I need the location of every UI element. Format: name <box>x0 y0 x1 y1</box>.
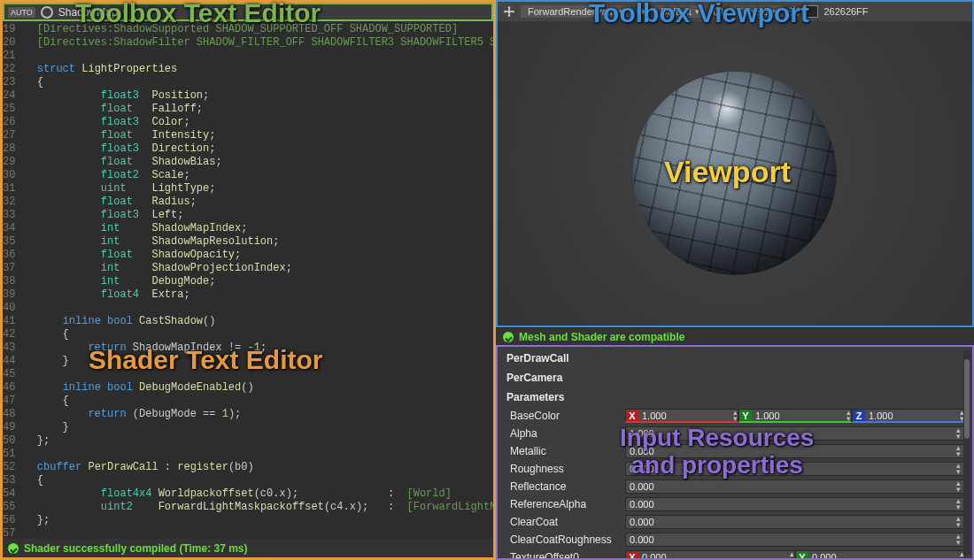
mesh-dropdown[interactable]: Sphere ▾ <box>730 5 783 18</box>
code-line[interactable]: [Directives:ShadowFilter SHADOW_FILTER_O… <box>24 36 493 50</box>
param-value[interactable]: 0.000▴▾ <box>625 497 965 511</box>
compat-strip: Mesh and Shader are compatible <box>496 327 974 345</box>
section-parameters[interactable]: Parameters <box>505 387 965 407</box>
code-line[interactable]: struct LightProperties <box>24 63 493 76</box>
code-line[interactable]: } <box>24 421 493 434</box>
chevron-down-icon: ▾ <box>695 7 700 16</box>
code-editor[interactable]: 1920212223242526272829303132333435363738… <box>3 21 493 539</box>
param-x[interactable]: X0.000▴▾ <box>625 550 795 560</box>
camera-dropdown[interactable]: Default ▾ <box>653 5 707 18</box>
code-line[interactable]: float Falloff; <box>24 103 493 116</box>
code-line[interactable]: int ShadowMapResolution; <box>24 235 493 249</box>
compile-status-text: Shader successfully compiled (Time: 37 m… <box>24 542 248 555</box>
properties-panel: PerDrawCallPerCameraParametersBaseColorX… <box>496 345 974 560</box>
param-row-alpha: Alpha1.000▴▾ <box>505 425 965 442</box>
code-line[interactable]: uint LightType; <box>24 182 493 196</box>
code-line[interactable]: int ShadowProjectionIndex; <box>24 262 493 275</box>
code-line[interactable]: inline bool DebugModeEnabled() <box>24 381 493 395</box>
code-line[interactable]: { <box>24 328 493 341</box>
section-perdrawcall[interactable]: PerDrawCall <box>505 349 965 368</box>
code-line[interactable] <box>24 302 493 315</box>
param-row-referencealpha: ReferenceAlpha0.000▴▾ <box>505 495 965 513</box>
param-label: ClearCoat <box>505 516 620 528</box>
code-line[interactable]: return (DebugMode == 1); <box>24 408 493 421</box>
code-line[interactable] <box>24 448 493 461</box>
renderpath-dropdown[interactable]: ForwardRenderPath ▾ <box>521 5 630 18</box>
svg-line-7 <box>797 14 798 15</box>
param-z[interactable]: Z1.000▴▾ <box>852 409 965 423</box>
param-row-textureoffset0: TextureOffset0X0.000▴▾Y0.000▴▾ <box>505 548 965 560</box>
code-line[interactable]: { <box>24 474 493 487</box>
code-line[interactable] <box>24 368 493 381</box>
code-line[interactable]: cbuffer PerDrawCall : register(b0) <box>24 461 493 474</box>
code-line[interactable]: uint2 ForwardLightMaskpackoffset(c4.x); … <box>24 501 493 514</box>
code-line[interactable]: float Intensity; <box>24 129 493 142</box>
code-line[interactable]: } <box>24 355 493 368</box>
viewport-canvas[interactable] <box>498 21 972 326</box>
bgcolor-chip[interactable] <box>806 5 818 18</box>
code-line[interactable]: float2 Scale; <box>24 169 493 182</box>
param-value[interactable]: 1.000▴▾ <box>625 426 965 441</box>
svg-rect-0 <box>638 9 644 13</box>
param-row-reflectance: Reflectance0.000▴▾ <box>505 478 965 495</box>
code-line[interactable]: float Radius; <box>24 196 493 209</box>
mesh-icon[interactable] <box>712 5 724 18</box>
code-line[interactable]: float3 Direction; <box>24 142 493 156</box>
param-row-roughness: Roughness0.000▴▾ <box>505 460 965 478</box>
code-line[interactable]: { <box>24 395 493 408</box>
editor-toolbar: AUTO ShadowMap ▾ <box>3 3 493 21</box>
code-content[interactable]: [Directives:ShadowSupported SHADOW_SUPPO… <box>20 21 493 539</box>
svg-line-8 <box>791 14 792 15</box>
svg-line-6 <box>791 8 792 9</box>
chevron-down-icon[interactable]: ▾ <box>123 8 128 17</box>
code-line[interactable]: return ShadowMapIndex != -1; <box>24 341 493 355</box>
param-value[interactable]: 0.000▴▾ <box>625 479 965 494</box>
code-line[interactable]: int DebugMode; <box>24 275 493 288</box>
code-line[interactable]: }; <box>24 514 493 527</box>
record-icon[interactable] <box>41 6 53 19</box>
code-line[interactable]: float ShadowOpacity; <box>24 249 493 262</box>
param-row-clearcoat: ClearCoat0.000▴▾ <box>505 513 965 531</box>
param-y[interactable]: Y0.000▴▾ <box>795 550 965 560</box>
code-line[interactable]: float3 Color; <box>24 116 493 129</box>
code-line[interactable]: float3 Position; <box>24 89 493 103</box>
code-line[interactable] <box>24 50 493 63</box>
properties-scrollbar[interactable] <box>963 350 970 555</box>
param-label: Reflectance <box>505 480 620 493</box>
code-line[interactable]: }; <box>24 434 493 448</box>
code-line[interactable]: int ShadowMapIndex; <box>24 222 493 235</box>
sun-icon[interactable] <box>788 5 800 18</box>
param-row-basecolor: BaseColorX1.000▴▾Y1.000▴▾Z1.000▴▾ <box>505 407 965 425</box>
param-row-clearcoatroughness: ClearCoatRoughness0.000▴▾ <box>505 531 965 548</box>
param-x[interactable]: X1.000▴▾ <box>625 409 738 423</box>
param-label: Metallic <box>505 445 620 457</box>
move-icon[interactable] <box>503 5 515 18</box>
auto-badge[interactable]: AUTO <box>8 7 35 18</box>
camera-icon[interactable] <box>636 5 648 18</box>
param-label: TextureOffset0 <box>505 551 620 560</box>
code-line[interactable]: { <box>24 76 493 89</box>
editor-status-bar: Shader successfully compiled (Time: 37 m… <box>3 539 493 557</box>
editor-tab-title[interactable]: ShadowMap <box>58 6 118 19</box>
code-line[interactable] <box>24 527 493 539</box>
param-value[interactable]: 0.000▴▾ <box>625 462 965 476</box>
line-number-gutter: 1920212223242526272829303132333435363738… <box>3 21 20 539</box>
right-panel: ForwardRenderPath ▾ Default ▾ Sphere ▾ 2… <box>496 0 974 560</box>
chevron-down-icon: ▾ <box>619 7 623 16</box>
check-icon <box>503 332 514 342</box>
section-percamera[interactable]: PerCamera <box>505 368 965 387</box>
param-value[interactable]: 0.000▴▾ <box>625 533 965 547</box>
param-y[interactable]: Y1.000▴▾ <box>738 409 852 423</box>
code-line[interactable]: inline bool CastShadow() <box>24 315 493 328</box>
param-value[interactable]: 0.000▴▾ <box>625 444 965 458</box>
code-line[interactable]: float3 Left; <box>24 209 493 222</box>
code-line[interactable]: float ShadowBias; <box>24 156 493 169</box>
param-label: Alpha <box>505 427 620 440</box>
param-label: ReferenceAlpha <box>505 498 620 510</box>
code-line[interactable]: float4 Extra; <box>24 288 493 302</box>
code-line[interactable]: [Directives:ShadowSupported SHADOW_SUPPO… <box>24 23 493 36</box>
code-line[interactable]: float4x4 Worldpackoffset(c0.x); : [World… <box>24 487 493 501</box>
param-value[interactable]: 0.000▴▾ <box>625 515 965 529</box>
bgcolor-hex[interactable]: 262626FF <box>823 6 868 17</box>
preview-sphere <box>633 72 837 275</box>
